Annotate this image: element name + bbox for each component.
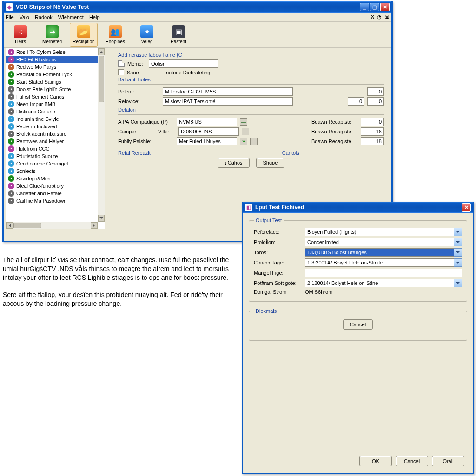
meme-input[interactable] <box>149 60 218 68</box>
ville-dropdown-icon[interactable]: ― <box>242 128 249 135</box>
sidebar-item[interactable]: •Ros I To Oylom Seisel <box>6 48 98 56</box>
alpa-dropdown-icon[interactable]: ― <box>240 118 247 126</box>
node-icon: • <box>8 116 14 122</box>
sidebar-vertical-scrollbar[interactable] <box>98 48 105 222</box>
ok-button[interactable]: OK <box>359 456 392 466</box>
sidebar-horizontal-scrollbar[interactable] <box>6 222 98 229</box>
pelent-input[interactable] <box>163 87 293 96</box>
dialog-combo-input[interactable] <box>305 258 462 267</box>
sidebar-item[interactable]: •Cail liie Ma Pasodown <box>6 197 98 205</box>
save-icon[interactable]: 🖫 <box>384 14 390 20</box>
chevron-down-icon[interactable] <box>454 258 462 267</box>
chevron-down-icon[interactable] <box>454 228 462 236</box>
dialog-combo-input[interactable] <box>305 279 462 287</box>
scroll-right-icon[interactable] <box>91 222 98 229</box>
tool-reclaption[interactable]: 📂 Reclaption <box>70 23 98 47</box>
cancel-button[interactable]: Cancel <box>396 456 428 466</box>
sidebar-item[interactable]: •Doolst Eate lighiïn Stote <box>6 86 98 93</box>
monitor-icon: ▣ <box>172 25 185 38</box>
maximize-button[interactable]: ▢ <box>370 3 379 11</box>
dialog-row-label: Toros: <box>254 250 305 255</box>
dialog-close-button[interactable]: ✕ <box>462 203 471 212</box>
sidebar-item[interactable]: •Sevidep i&Mes <box>6 175 98 182</box>
dialog-combo[interactable] <box>305 258 462 267</box>
refovice-num1[interactable] <box>348 97 364 106</box>
menu-wiehmenct[interactable]: Wiehmenct <box>58 14 84 20</box>
sidebar-item[interactable]: •Dieal Cluc-funobtiory <box>6 182 98 190</box>
dialog-combo[interactable] <box>305 228 462 236</box>
dialog-combo[interactable] <box>305 248 462 257</box>
menu-help[interactable]: Help <box>89 14 100 20</box>
collapse-icon[interactable]: X <box>371 14 374 20</box>
tool-reclaption-label: Reclaption <box>73 39 94 44</box>
tool-helrs[interactable]: ♫ Helrs <box>7 23 34 47</box>
refovice-num2[interactable] <box>367 97 384 106</box>
bd2-input[interactable] <box>361 127 384 136</box>
sidebar-item[interactable]: •Cendiomenc Cchangel <box>6 160 98 167</box>
bd1-input[interactable] <box>361 118 384 126</box>
dialog-combo[interactable] <box>305 279 462 287</box>
close-button[interactable]: ✕ <box>380 3 390 11</box>
sidebar-list[interactable]: •Ros I To Oylom Seisel•RE0 Fit Rlustions… <box>6 48 98 222</box>
menu-valo[interactable]: Valo <box>20 14 29 20</box>
sidebar-item[interactable]: •Neen Impur BMB <box>6 100 98 108</box>
dialog-combo[interactable] <box>305 269 462 277</box>
scroll-down-icon[interactable] <box>98 215 105 222</box>
shgpe-button[interactable]: Shgpe <box>256 158 285 168</box>
dialog-combo-input[interactable] <box>305 238 462 246</box>
scroll-left-icon[interactable] <box>6 222 13 229</box>
dialog-row: Mangel Fige: <box>254 269 462 277</box>
sidebar-item[interactable]: •Brolck acontimbaisure <box>6 130 98 138</box>
ville-input[interactable] <box>178 127 239 136</box>
diokmals-cancel-button[interactable]: Cancel <box>343 319 373 330</box>
sidebar-item[interactable]: •Cadeffer and Eafale <box>6 190 98 197</box>
orall-button[interactable]: Orall <box>432 456 464 466</box>
bd3-input[interactable] <box>361 137 384 145</box>
tool-veleg[interactable]: ✦ Veleg <box>133 23 161 47</box>
tool-pastent[interactable]: ▣ Pastent <box>165 23 192 47</box>
sidebar-item[interactable]: •Fulirst Semert Cangs <box>6 93 98 100</box>
pelent-label: Pelent: <box>118 89 160 94</box>
fubly-dropdown-icon[interactable]: ✶ <box>240 138 247 145</box>
ville-label: Ville: <box>158 129 176 134</box>
refovice-input[interactable] <box>163 97 293 106</box>
sidebar-item[interactable]: •Pdutistatio Suoute <box>6 152 98 160</box>
cahos-button[interactable]: ɪ Cahos <box>218 158 250 168</box>
sidebar-item[interactable]: •Huldfrom CCC <box>6 145 98 152</box>
sidebar-item[interactable]: •Pecistation Foment Tyck <box>6 71 98 78</box>
tool-merneted[interactable]: ➜ Merneted <box>38 23 66 47</box>
sidebar-item[interactable]: •Scniects <box>6 167 98 175</box>
sidebar-item[interactable]: •Pecterm Inclovied <box>6 123 98 130</box>
fubly-input[interactable] <box>177 137 237 145</box>
scroll-thumb[interactable] <box>99 56 104 102</box>
node-icon: • <box>8 145 14 152</box>
sidebar-item[interactable]: •Inolunin tine Sviyle <box>6 115 98 123</box>
menu-file[interactable]: File <box>6 14 14 20</box>
sidebar-item[interactable]: •Perthwes and Helyer <box>6 138 98 145</box>
tool-enopines[interactable]: 👥 Enopines <box>101 23 129 47</box>
sane-checkbox[interactable] <box>118 69 124 75</box>
scroll-up-icon[interactable] <box>98 48 105 55</box>
minimize-button[interactable]: _ <box>360 3 369 11</box>
alpa-input[interactable] <box>177 118 237 126</box>
sidebar-item[interactable]: •Distiranc Cieturle <box>6 108 98 115</box>
chevron-down-icon[interactable] <box>454 248 462 257</box>
scroll-hthumb[interactable] <box>13 223 41 228</box>
mode-icon[interactable]: ◔ <box>377 14 382 20</box>
dialog-combo-input[interactable] <box>305 248 462 257</box>
menu-radook[interactable]: Radook <box>35 14 53 20</box>
pelent-num[interactable] <box>367 87 384 96</box>
sidebar-item[interactable]: •Rediwe Mo Parys <box>6 63 98 71</box>
sidebar-item[interactable]: •Start Slated Sáinigs <box>6 78 98 86</box>
sidebar-item[interactable]: •RE0 Fit Rlustions <box>6 56 98 63</box>
fubly-clear-icon[interactable]: ― <box>250 138 258 145</box>
sidebar-item-label: Fulirst Semert Cangs <box>16 94 64 99</box>
chevron-down-icon[interactable] <box>454 238 462 246</box>
section-baloanti: Baloanti hotes <box>118 77 384 82</box>
section-detalon: Detalon <box>118 107 384 112</box>
node-icon: • <box>8 168 14 174</box>
dialog-combo[interactable] <box>305 238 462 246</box>
dialog-combo-input[interactable] <box>305 228 462 236</box>
dialog-combo-input[interactable] <box>305 269 462 277</box>
chevron-down-icon[interactable] <box>454 279 462 287</box>
